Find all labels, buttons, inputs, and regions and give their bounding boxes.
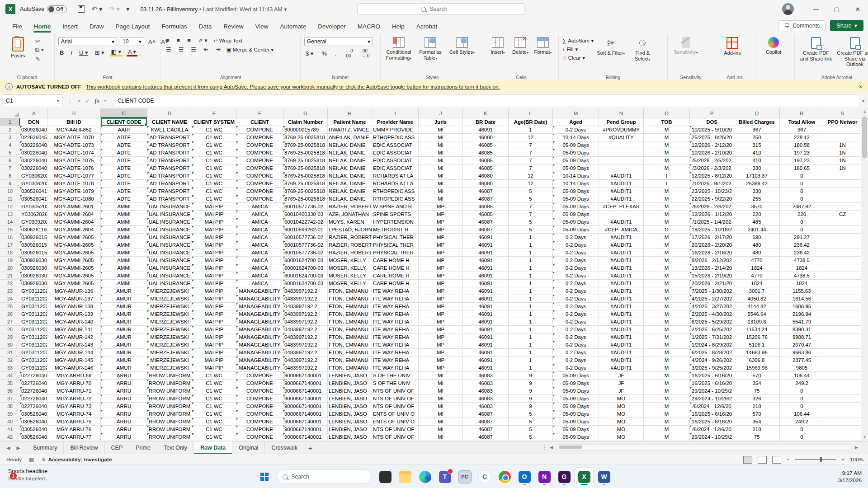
cell-J9[interactable]: MI [419,180,463,188]
tab-page-layout[interactable]: Page Layout [110,19,156,33]
page-break-view-button[interactable] [772,456,781,464]
cell-F24[interactable]: MANAGEABILITY [236,295,283,303]
cell-D30[interactable]: MIERZEJEWSKI [147,341,192,349]
cell-R3[interactable]: 228.12 [780,134,824,141]
copy-button[interactable]: ⧉ ▾ [35,47,43,54]
cell-B11[interactable]: MGY-ADTE-1080 [47,195,101,203]
cell-B2[interactable]: MGY-AAHI-852 [47,126,101,134]
cell-N28[interactable]: #AUDIT1 [599,326,644,333]
cell-I39[interactable]: ENTS OF UNIV O [372,410,419,418]
cell-R11[interactable]: 0 [780,195,824,203]
cell-S14[interactable] [824,218,861,226]
cell-E27[interactable]: MAI PIP [192,318,236,326]
cell-P30[interactable]: 1/2024 - 8/29/202 [690,341,734,349]
cell-L17[interactable]: 1 [509,241,553,249]
cell-Q2[interactable]: 367 [734,126,780,134]
cell-Q16[interactable]: 590 [734,234,780,241]
cell-K12[interactable]: 46085 [463,203,509,211]
cell-A34[interactable]: 022726040335 [20,372,47,380]
cell-P40[interactable]: 16/2025 - 6/16/20 [690,418,734,426]
cell-R4[interactable]: 180.58 [780,141,824,149]
cell-M3[interactable]: 10-14 Days [553,134,599,141]
cell-L13[interactable]: 7 [509,211,553,218]
cell-L32[interactable]: 1 [509,357,553,364]
cell-F3[interactable]: COMPONE [236,134,283,141]
cell-E10[interactable]: C1 WC [192,188,236,195]
cell-M35[interactable]: 05-09 Days [553,380,599,387]
cell-S42[interactable] [824,433,861,441]
cell-I25[interactable]: ITE WAY REHA [372,303,419,310]
cell-J17[interactable]: MP [419,241,463,249]
cell-H32[interactable]: FTON, EMMANU [328,357,372,364]
cell-H1[interactable]: Patient Name [328,118,372,126]
cell-R10[interactable]: 0 [780,188,824,195]
cell-E25[interactable]: MAI PIP [192,303,236,310]
cell-D26[interactable]: MIERZEJEWSKI [147,310,192,318]
cell-S20[interactable] [824,264,861,272]
cell-G10[interactable]: 8769-25-0025818 [283,188,328,195]
name-box[interactable]: C1▾ [3,94,62,107]
cell-S32[interactable] [824,357,861,364]
cell-F41[interactable]: COMPONE [236,426,283,433]
cell-L24[interactable]: 1 [509,295,553,303]
cell-M20[interactable]: 0-2 Days [553,264,599,272]
add-ins-button[interactable]: Add-ins [718,37,747,72]
cell-M19[interactable]: 0-2 Days [553,257,599,264]
cell-M27[interactable]: 0-2 Days [553,318,599,326]
maximize-button[interactable]: ▢ [826,0,847,18]
cell-R24[interactable]: 1614.56 [780,295,824,303]
cell-M9[interactable]: 10-14 Days [553,180,599,188]
row-header-19[interactable]: 19 [0,257,20,264]
cell-O24[interactable]: M [644,295,690,303]
cell-A17[interactable]: 030926015011 [20,241,47,249]
cell-M39[interactable]: 05-09 Days [553,410,599,418]
cell-S4[interactable]: 1N [824,141,861,149]
cell-C2[interactable]: AAHI [101,126,147,134]
cell-L11[interactable]: 5 [509,195,553,203]
cell-Q42[interactable]: 75 [734,433,780,441]
cell-S31[interactable] [824,349,861,357]
save-button[interactable] [78,5,85,13]
cell-R29[interactable]: 9988.71 [780,333,824,341]
font-size-select[interactable]: 10▾ [120,37,144,46]
cell-M2[interactable]: 0-2 Days [553,126,599,134]
cell-B19[interactable]: MGY-AMMI-2605 [47,257,101,264]
cell-L29[interactable]: 1 [509,333,553,341]
cell-D41[interactable]: RROW UNIFORM [147,426,192,433]
cell-A7[interactable]: 030226040522 [20,164,47,172]
align-bottom-button[interactable]: ≡ [186,37,192,44]
cell-R27[interactable]: 5541.79 [780,318,824,326]
cell-F2[interactable]: COMPONE [236,126,283,134]
align-left-button[interactable]: ☰ [165,46,173,53]
cell-J28[interactable]: MP [419,326,463,333]
cell-A9[interactable]: GY030620260521 [20,180,47,188]
cell-C21[interactable]: AMMI [101,272,147,280]
cell-B21[interactable]: MGY-AMMI-2605 [47,272,101,280]
cell-N12[interactable]: #CEP_PLEXAS [599,203,644,211]
cell-O5[interactable]: M [644,149,690,157]
cell-B4[interactable]: MGY-ADTE-1073 [47,141,101,149]
cell-I32[interactable]: ITE WAY REHA [372,357,419,364]
sheet-tab-original[interactable]: Original [232,441,265,454]
cell-G14[interactable]: 60010422742-02 [283,218,328,226]
cell-J39[interactable]: MI [419,410,463,418]
cancel-entry-button[interactable]: × [77,98,81,104]
cell-N19[interactable]: #AUDIT1 [599,257,644,264]
cell-P36[interactable]: 29/2024 - 10/29/2 [690,387,734,395]
cell-A18[interactable]: 030926015012 [20,249,47,257]
cell-S3[interactable] [824,134,861,141]
cell-M42[interactable]: 05-09 Days [553,433,599,441]
cell-R34[interactable]: 106.44 [780,372,824,380]
cell-D40[interactable]: RROW UNIFORM [147,418,192,426]
cell-A31[interactable]: GY031120261558 [20,349,47,357]
row-header-37[interactable]: 37 [0,395,20,403]
accounting-format-button[interactable]: $ ▾ [304,50,315,57]
cell-Q14[interactable]: 485 [734,218,780,226]
cell-B35[interactable]: MGY-ARRU-70 [47,380,101,387]
ribbon-delete-button[interactable]: Delete [510,37,530,72]
cell-I23[interactable]: ITE WAY REHA [372,287,419,295]
cell-F35[interactable]: COMPONE [236,380,283,387]
cell-Q34[interactable]: 570 [734,372,780,380]
hscroll-right-arrow[interactable]: ▶ [855,445,858,450]
cell-L16[interactable]: 1 [509,234,553,241]
